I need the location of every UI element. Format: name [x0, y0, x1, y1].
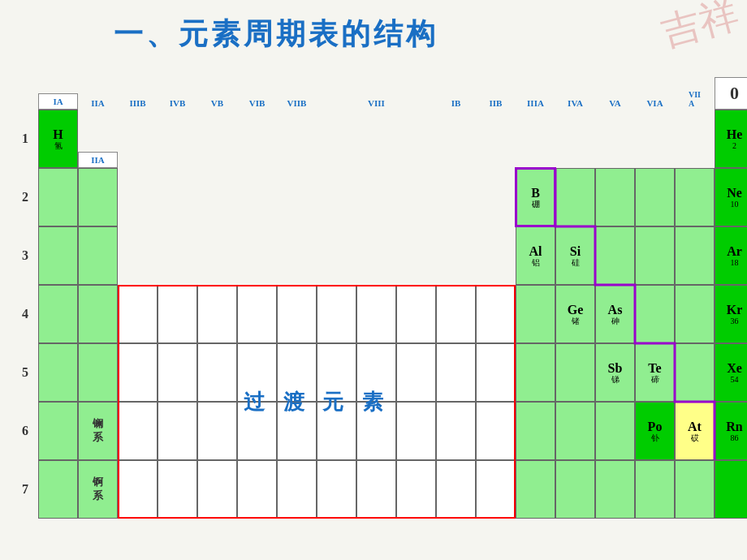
element-number-He: 2 [732, 141, 736, 150]
cell-6-13 [555, 460, 595, 519]
group-header-IVA: IVA [555, 77, 595, 110]
element-symbol-Si: Si [570, 244, 581, 259]
cell-3-11 [476, 285, 516, 343]
element-number-Ne: 10 [731, 200, 739, 209]
title: 一、元素周期表的结构 [114, 15, 438, 54]
cell-6-7 [317, 460, 356, 519]
element-symbol-He: He [727, 127, 743, 142]
cell-5-14 [595, 402, 635, 460]
cell-6-1: 锕系 [78, 460, 118, 519]
cell-6-12 [516, 460, 555, 519]
cell-6-14 [595, 460, 635, 519]
cell-3-10 [436, 285, 476, 343]
cell-4-16 [675, 343, 715, 402]
element-Si: Si硅 [555, 226, 595, 285]
element-B: B硼 [516, 168, 555, 226]
group-header-IIA: IIA [78, 77, 118, 110]
element-chinese-H: 氢 [54, 141, 63, 150]
period-label-6: 6 [12, 402, 38, 460]
cell-6-0 [38, 460, 78, 519]
cell-5-13 [555, 402, 595, 460]
cell-5-2 [118, 402, 158, 460]
cell-6-15 [635, 460, 675, 519]
cell-5-1: 镧系 [78, 402, 118, 460]
element-He: He2 [715, 110, 747, 168]
cell-1-16 [675, 168, 715, 226]
cell-4-4 [197, 343, 237, 402]
cell-5-10 [436, 402, 476, 460]
cell-4-11 [476, 343, 516, 402]
element-symbol-Ge: Ge [568, 303, 584, 317]
cell-4-8 [356, 343, 396, 402]
element-Sb: Sb锑 [595, 343, 635, 402]
cell-4-3 [158, 343, 197, 402]
cell-6-6 [277, 460, 317, 519]
period-label-3: 3 [12, 226, 38, 285]
cell-6-17 [715, 460, 747, 519]
cell-4-2 [118, 343, 158, 402]
cell-1-13 [555, 168, 595, 226]
element-Kr: Kr36 [715, 285, 747, 343]
element-chinese-Te: 碲 [651, 375, 659, 384]
element-chinese-As: 砷 [611, 317, 620, 325]
period-label-7: 7 [12, 460, 38, 519]
element-chinese-At: 砹 [691, 433, 699, 442]
group-header-IVB: IVB [158, 77, 197, 110]
element-chinese-Ge: 锗 [572, 317, 580, 325]
element-symbol-As: As [608, 303, 623, 317]
group-header-VIIA: VIIA [675, 77, 715, 110]
cell-4-0 [38, 343, 78, 402]
cell-3-0 [38, 285, 78, 343]
cell-1-1 [78, 168, 118, 226]
period-label-5: 5 [12, 343, 38, 402]
cell-6-10 [436, 460, 476, 519]
element-Ar: Ar18 [715, 226, 747, 285]
element-symbol-Rn: Rn [726, 420, 742, 434]
element-symbol-Xe: Xe [727, 361, 742, 376]
series-label-char: 系 [93, 489, 103, 503]
element-symbol-Te: Te [648, 361, 661, 376]
cell-3-9 [396, 285, 436, 343]
element-number-Rn: 86 [731, 433, 739, 442]
element-symbol-At: At [688, 420, 702, 434]
cell-1-0 [38, 168, 78, 226]
cell-4-12 [516, 343, 555, 402]
cell-3-3 [158, 285, 197, 343]
group-header-VIA: VIA [635, 77, 675, 110]
cell-5-5 [237, 402, 277, 460]
cell-3-6 [277, 285, 317, 343]
cell-2-1 [78, 226, 118, 285]
element-Po: Po钋 [635, 402, 675, 460]
cell-6-5 [237, 460, 277, 519]
cell-4-9 [396, 343, 436, 402]
group-zero-badge: 0 [715, 77, 747, 110]
cell-3-2 [118, 285, 158, 343]
cell-4-10 [436, 343, 476, 402]
group-header-VA: VA [595, 77, 635, 110]
group-header-VIII: VIII [317, 77, 436, 110]
element-symbol-B: B [531, 186, 540, 200]
element-H: H氢 [38, 110, 78, 168]
cell-4-5 [237, 343, 277, 402]
group-header-IIIA: IIIA [516, 77, 555, 110]
element-chinese-Po: 钋 [651, 433, 659, 442]
element-symbol-Ar: Ar [727, 244, 742, 259]
cell-6-2 [118, 460, 158, 519]
element-symbol-Ne: Ne [727, 186, 742, 200]
element-number-Kr: 36 [731, 317, 739, 325]
cell-3-4 [197, 285, 237, 343]
group-header-IB: IB [436, 77, 476, 110]
cell-3-1 [78, 285, 118, 343]
element-symbol-Po: Po [648, 420, 663, 434]
group-header-IIB: IIB [476, 77, 516, 110]
periodic-table: 1234567IAIIAIIIBIVBVBVIBVIIBVIIIIBIIBIII… [12, 77, 739, 548]
period-label-2: 2 [12, 168, 38, 226]
element-Ge: Ge锗 [555, 285, 595, 343]
series-label-char: 镧 [93, 417, 103, 431]
watermark: 吉祥 [657, 0, 742, 53]
group-header-IA-small: IA [38, 93, 78, 110]
element-number-Xe: 54 [731, 375, 739, 384]
cell-1-15 [635, 168, 675, 226]
series-label-char: 锕 [93, 476, 103, 489]
element-number-Ar: 18 [731, 258, 739, 267]
